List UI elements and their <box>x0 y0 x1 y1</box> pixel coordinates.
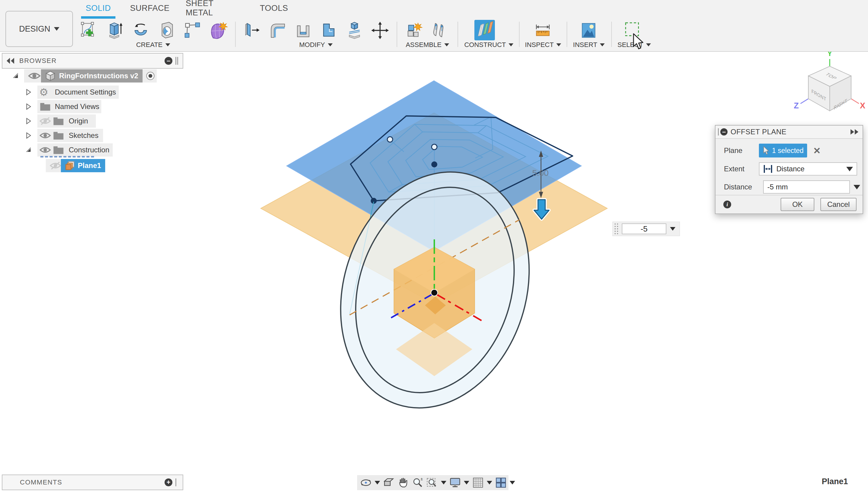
browser-row-origin[interactable]: Origin <box>0 114 184 128</box>
selected-root-highlight[interactable]: RingForInstructions v2 <box>41 69 143 82</box>
new-component-button[interactable] <box>404 21 423 40</box>
browser-header[interactable]: BROWSER – <box>2 53 183 69</box>
expander-collapsed-icon[interactable] <box>26 89 31 96</box>
active-tab-underline <box>81 16 115 19</box>
popup-drag-handle[interactable] <box>614 223 619 235</box>
inspect-group-label[interactable]: INSPECT <box>525 40 561 50</box>
create-group-label[interactable]: CREATE <box>136 40 170 50</box>
design-menu-button[interactable]: DESIGN <box>5 11 73 47</box>
origin-marker[interactable] <box>431 289 438 296</box>
visibility-off-eye-icon[interactable] <box>49 162 62 170</box>
viewports-menu-icon[interactable] <box>510 481 515 485</box>
panel-resize-handle[interactable] <box>175 57 180 65</box>
add-comment-icon[interactable]: + <box>165 478 172 486</box>
sketch-point[interactable] <box>387 137 393 142</box>
viewports-icon[interactable] <box>495 477 507 488</box>
cancel-button[interactable]: Cancel <box>820 198 857 211</box>
extent-value: Distance <box>776 165 804 173</box>
browser-row-root[interactable]: RingForInstructions v2 <box>0 69 184 83</box>
tab-sheet-metal[interactable]: SHEET METAL <box>186 1 240 15</box>
view-cube[interactable]: TOP FRONT RIGHT Y Z X <box>794 49 865 111</box>
offset-plane-dialog: – OFFSET PLANE Plane 1 selected ✕ Extent… <box>715 125 863 214</box>
browser-tree: RingForInstructions v2 ⚙ Document Settin… <box>0 69 184 173</box>
combine-button[interactable] <box>320 21 338 40</box>
display-menu-icon[interactable] <box>464 481 469 485</box>
axis-x-label: X <box>860 101 865 110</box>
expander-collapsed-icon[interactable] <box>26 132 31 139</box>
look-at-icon[interactable] <box>383 477 395 488</box>
collapse-all-icon[interactable]: – <box>165 57 172 65</box>
construct-group-label[interactable]: CONSTRUCT <box>464 40 513 50</box>
sketch-point[interactable] <box>431 144 437 150</box>
visibility-eye-icon[interactable] <box>39 131 51 140</box>
revolve-button[interactable] <box>132 21 150 40</box>
clear-selection-icon[interactable]: ✕ <box>813 145 821 156</box>
expander-collapsed-icon[interactable] <box>26 103 31 110</box>
dialog-collapse-icon[interactable]: – <box>720 128 728 136</box>
plane-selected-chip[interactable]: 1 selected <box>759 144 807 157</box>
zoom-icon[interactable]: ± <box>412 477 423 488</box>
browser-row-construction[interactable]: Construction <box>0 143 184 157</box>
grid-icon[interactable] <box>472 477 484 488</box>
dialog-drag-handle[interactable] <box>718 128 720 136</box>
edit-in-progress-underline <box>40 156 94 157</box>
offset-face-button[interactable] <box>345 21 364 40</box>
folder-icon <box>53 117 64 126</box>
browser-row-plane1[interactable]: Plane1 <box>0 158 184 173</box>
ok-button[interactable]: OK <box>781 198 814 211</box>
assemble-group-label[interactable]: ASSEMBLE <box>406 40 449 50</box>
display-settings-icon[interactable] <box>449 477 461 488</box>
pin-panel-icon[interactable] <box>849 128 860 135</box>
pan-icon[interactable] <box>398 477 409 488</box>
gear-icon: ⚙ <box>39 87 48 97</box>
move-button[interactable] <box>371 21 390 40</box>
insert-canvas-button[interactable] <box>579 21 598 40</box>
tab-tools[interactable]: TOOLS <box>258 1 290 15</box>
zoom-menu-icon[interactable] <box>441 481 446 485</box>
sketch-vertex[interactable] <box>431 162 437 167</box>
browser-row-named-views[interactable]: Named Views <box>0 99 184 114</box>
fillet-button[interactable] <box>268 21 287 40</box>
collapse-panel-icon[interactable] <box>6 57 15 65</box>
shell-button[interactable] <box>294 21 312 40</box>
active-command-label: Plane1 <box>802 477 868 489</box>
modify-group-label[interactable]: MODIFY <box>299 40 333 50</box>
insert-group-label[interactable]: INSERT <box>573 40 605 50</box>
expander-expanded-icon[interactable] <box>25 147 31 153</box>
comments-panel-header[interactable]: COMMENTS + <box>2 474 183 490</box>
grid-menu-icon[interactable] <box>487 481 492 485</box>
info-icon[interactable]: i <box>723 200 731 208</box>
create-sketch-button[interactable] <box>79 21 98 40</box>
distance-extent-icon <box>763 165 773 173</box>
pattern-button[interactable] <box>183 21 202 40</box>
visibility-off-eye-icon[interactable] <box>39 117 51 125</box>
distance-dropdown-icon[interactable] <box>853 185 860 189</box>
panel-resize-handle[interactable] <box>175 478 180 486</box>
visibility-eye-icon[interactable] <box>39 146 51 154</box>
star-icon <box>414 23 422 31</box>
extent-dropdown[interactable]: Distance <box>759 162 857 175</box>
measure-button[interactable] <box>534 21 552 40</box>
joint-button[interactable] <box>430 21 449 40</box>
activate-component-radio[interactable] <box>146 71 155 80</box>
zoom-window-icon[interactable] <box>426 477 438 488</box>
expander-collapsed-icon[interactable] <box>26 118 31 125</box>
distance-input[interactable]: -5 mm <box>763 180 850 194</box>
offset-value-input[interactable]: -5 <box>622 223 666 234</box>
construct-plane-active-tool[interactable] <box>474 20 495 40</box>
expander-expanded-icon[interactable] <box>12 73 19 79</box>
hole-button[interactable] <box>157 21 176 40</box>
browser-row-document-settings[interactable]: ⚙ Document Settings <box>0 85 184 99</box>
chevron-down-icon[interactable] <box>670 227 675 231</box>
browser-row-sketches[interactable]: Sketches <box>0 128 184 143</box>
press-pull-button[interactable] <box>243 21 261 40</box>
dialog-header[interactable]: – OFFSET PLANE <box>715 126 863 139</box>
orbit-menu-icon[interactable] <box>375 481 380 485</box>
selected-plane-highlight[interactable]: Plane1 <box>61 159 105 172</box>
extrude-button[interactable] <box>105 21 124 40</box>
tab-solid[interactable]: SOLID <box>81 1 115 15</box>
create-form-button[interactable] <box>209 21 228 40</box>
tab-surface[interactable]: SURFACE <box>130 1 170 15</box>
orbit-icon[interactable] <box>360 477 372 488</box>
visibility-eye-icon[interactable] <box>28 71 41 80</box>
